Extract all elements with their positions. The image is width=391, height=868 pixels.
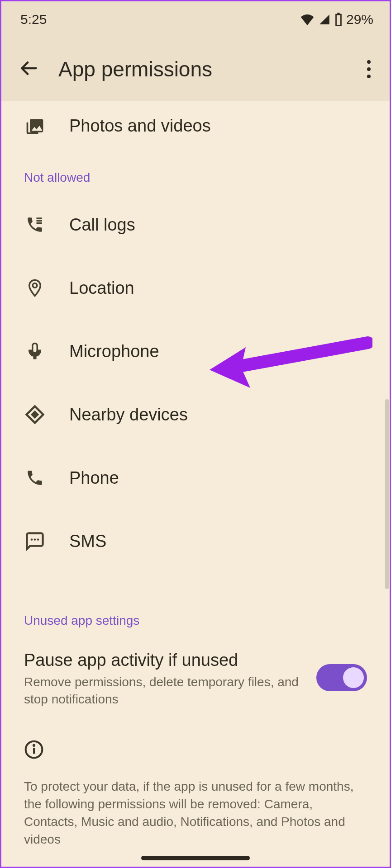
permission-label: Photos and videos [69,116,211,136]
content: Photos and videos Not allowed Call logs … [1,101,390,848]
section-unused: Unused app settings [1,573,390,636]
location-icon [24,277,46,299]
battery-icon [334,13,343,26]
pause-unused-subtitle: Remove permissions, delete temporary fil… [24,674,305,708]
nearby-icon [24,404,46,425]
sms-icon [24,530,46,552]
status-right: 29% [300,12,373,27]
wifi-icon [300,14,315,25]
permission-label: SMS [69,532,106,551]
svg-point-1 [31,538,33,541]
info-icon-row [1,708,390,775]
svg-point-3 [37,538,39,541]
permission-label: Location [69,278,134,298]
nav-handle[interactable] [141,856,250,860]
permission-location[interactable]: Location [1,256,390,320]
pause-unused-setting[interactable]: Pause app activity if unused Remove perm… [1,636,390,708]
section-not-allowed: Not allowed [1,151,390,193]
phone-icon [24,467,46,489]
permission-label: Phone [69,468,119,488]
call-log-icon [24,214,46,236]
toggle-knob [343,667,364,688]
status-bar: 5:25 29% [1,1,390,38]
permission-microphone[interactable]: Microphone [1,320,390,383]
permission-sms[interactable]: SMS [1,509,390,573]
scroll-indicator [385,399,389,589]
photos-icon [24,115,46,137]
more-options-button[interactable] [367,60,371,78]
pause-unused-toggle[interactable] [316,664,367,691]
battery-percent: 29% [346,12,373,27]
permission-label: Nearby devices [69,405,188,425]
permission-label: Microphone [69,342,159,361]
app-bar: App permissions [1,38,390,101]
svg-point-2 [34,538,36,541]
pause-unused-title: Pause app activity if unused [24,651,305,670]
info-text: To protect your data, if the app is unus… [1,775,390,849]
permission-photos-videos[interactable]: Photos and videos [1,101,390,151]
more-vert-icon [367,60,371,64]
microphone-icon [24,340,46,362]
arrow-back-icon [19,58,38,78]
info-icon [24,740,44,760]
signal-icon [318,14,331,25]
permission-nearby-devices[interactable]: Nearby devices [1,383,390,446]
permission-phone[interactable]: Phone [1,446,390,509]
page-title: App permissions [58,57,347,81]
svg-point-6 [33,745,34,745]
status-time: 5:25 [20,12,47,27]
permission-label: Call logs [69,215,135,235]
back-button[interactable] [19,58,38,80]
permission-call-logs[interactable]: Call logs [1,193,390,256]
